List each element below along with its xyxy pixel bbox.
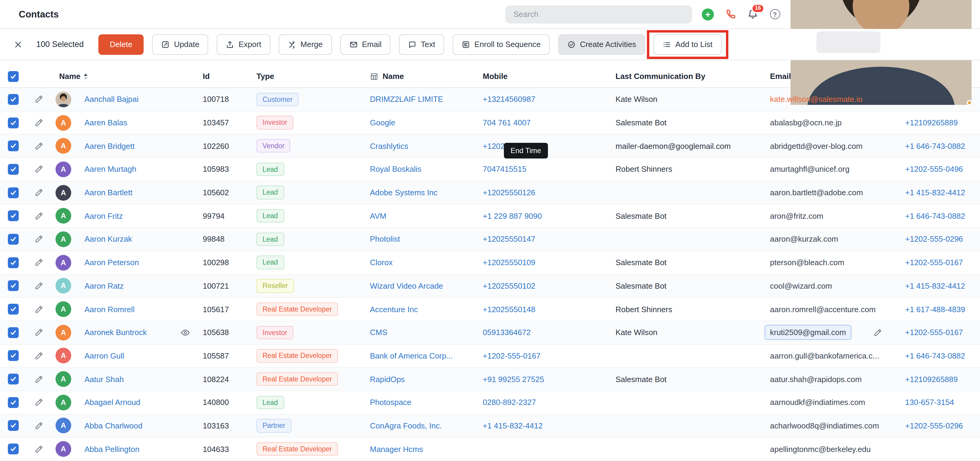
notifications-button[interactable]: 16 (746, 8, 759, 21)
mobile-link[interactable]: +1202 (483, 141, 505, 150)
mobile-link[interactable]: +1 415-832-4412 (483, 421, 543, 430)
row-checkbox[interactable] (8, 257, 19, 268)
merge-button[interactable]: Merge (279, 34, 332, 54)
mobile-link[interactable]: +12025550126 (483, 188, 535, 197)
contact-name-link[interactable]: Aanchall Bajpai (84, 95, 138, 104)
email-value[interactable]: aron@fritz.com (770, 212, 823, 220)
company-link[interactable]: Google (370, 118, 395, 127)
mobile-link[interactable]: +12025550147 (483, 235, 535, 244)
email-value[interactable]: pterson@bleach.com (770, 258, 844, 267)
mobile-link[interactable]: +12025550148 (483, 305, 535, 314)
contact-name-link[interactable]: Aaronek Buntrock (84, 328, 147, 337)
mobile-link[interactable]: +91 99255 27525 (483, 374, 544, 383)
help-button[interactable]: ? (768, 8, 781, 21)
company-link[interactable]: ConAgra Foods, Inc. (370, 421, 442, 430)
edit-pencil-icon[interactable] (34, 212, 43, 220)
edit-pencil-icon[interactable] (34, 374, 43, 383)
contact-name-link[interactable]: Abba Pellington (84, 444, 139, 453)
select-all-checkbox[interactable] (8, 71, 19, 82)
enroll-to-sequence-button[interactable]: Enroll to Sequence (453, 34, 550, 54)
email-value[interactable]: cool@wizard.com (770, 281, 832, 290)
email-value[interactable]: kruti2509@gmail.com (765, 325, 851, 340)
email-value[interactable]: aarnoudkf@indiatimes.com (770, 398, 865, 407)
contact-name-link[interactable]: Aaron Ratz (84, 281, 124, 290)
company-link[interactable]: DRIMZ2LAIF LIMITE (370, 95, 443, 104)
phone-link[interactable]: +1202-555-0167 (905, 328, 963, 337)
edit-pencil-icon[interactable] (34, 141, 43, 150)
company-link[interactable]: Bank of America Corp... (370, 351, 453, 360)
edit-pencil-icon[interactable] (34, 235, 43, 244)
contact-name-link[interactable]: Aaren Balas (84, 118, 127, 127)
mobile-link[interactable]: +1 229 887 9090 (483, 212, 542, 220)
phone-link[interactable]: +1 646-743-0882 (905, 141, 965, 150)
row-checkbox[interactable] (8, 420, 19, 431)
company-link[interactable]: Crashlytics (370, 141, 408, 150)
contact-name-link[interactable]: Aaren Bridgett (84, 141, 135, 150)
row-checkbox[interactable] (8, 374, 19, 385)
edit-pencil-icon[interactable] (34, 351, 43, 360)
row-checkbox[interactable] (8, 444, 19, 455)
contact-name-link[interactable]: Abagael Arnoud (84, 398, 140, 407)
edit-pencil-icon[interactable] (34, 398, 43, 407)
email-edit-icon[interactable] (873, 328, 882, 337)
email-value[interactable]: aarron.gull@bankofamerica.c... (770, 351, 879, 360)
contact-name-link[interactable]: Aarron Gull (84, 351, 124, 360)
company-link[interactable]: Royal Boskalis (370, 165, 422, 174)
phone-link[interactable]: +12109265889 (905, 374, 958, 383)
phone-link[interactable]: +1 415-832-4412 (905, 188, 965, 197)
edit-pencil-icon[interactable] (34, 328, 43, 337)
mobile-link[interactable]: 704 761 4007 (483, 118, 531, 127)
phone-link[interactable]: +1 415-832-4412 (905, 281, 965, 290)
row-checkbox[interactable] (8, 397, 19, 408)
phone-link[interactable]: +1202-555-0296 (905, 235, 963, 244)
edit-pencil-icon[interactable] (34, 444, 43, 453)
company-link[interactable]: Photospace (370, 398, 411, 407)
company-link[interactable]: CMS (370, 328, 387, 337)
call-button[interactable] (724, 8, 737, 21)
row-checkbox[interactable] (8, 117, 19, 128)
mobile-link[interactable]: 7047415515 (483, 165, 527, 174)
column-header-company-name[interactable]: Name (370, 72, 483, 81)
phone-link[interactable]: 130-657-3154 (905, 398, 954, 407)
row-checkbox[interactable] (8, 187, 19, 198)
company-link[interactable]: Manager Hcms (370, 444, 423, 453)
email-value[interactable]: apellingtonmc@berkeley.edu (770, 444, 871, 453)
edit-pencil-icon[interactable] (34, 165, 43, 174)
contact-name-link[interactable]: Abba Charlwood (84, 421, 142, 430)
email-button[interactable]: Email (340, 34, 391, 54)
edit-pencil-icon[interactable] (34, 305, 43, 314)
company-link[interactable]: RapidOps (370, 374, 405, 383)
edit-pencil-icon[interactable] (34, 188, 43, 197)
edit-pencil-icon[interactable] (34, 118, 43, 127)
row-checkbox[interactable] (8, 350, 19, 361)
text-button[interactable]: Text (399, 34, 444, 54)
email-value[interactable]: abalasbg@ocn.ne.jp (770, 118, 842, 127)
edit-pencil-icon[interactable] (34, 95, 43, 104)
phone-link[interactable]: +1 617-488-4839 (905, 305, 965, 314)
contact-name-link[interactable]: Aaren Murtagh (84, 165, 136, 174)
contact-name-link[interactable]: Aaron Bartlett (84, 188, 132, 197)
email-value[interactable]: amurtaghfl@unicef.org (770, 165, 850, 174)
update-button[interactable]: Update (153, 34, 208, 54)
edit-pencil-icon[interactable] (34, 258, 43, 267)
mobile-link[interactable]: 0280-892-2327 (483, 398, 536, 407)
eye-icon[interactable] (180, 328, 191, 337)
add-to-list-button[interactable]: Add to List (654, 34, 721, 54)
contact-name-link[interactable]: Aaron Fritz (84, 212, 123, 220)
sort-icon[interactable] (84, 73, 88, 79)
row-checkbox[interactable] (8, 211, 19, 222)
row-checkbox[interactable] (8, 280, 19, 291)
phone-link[interactable]: +12109265889 (905, 118, 958, 127)
column-header-name[interactable]: Name (27, 72, 203, 81)
email-value[interactable]: acharlwood8q@indiatimes.com (770, 421, 879, 430)
phone-link[interactable]: +1202-555-0296 (905, 421, 963, 430)
contact-name-link[interactable]: Aaron Peterson (84, 258, 139, 267)
email-value[interactable]: aaron@kurzak.com (770, 235, 838, 244)
column-header-type[interactable]: Type (256, 72, 370, 81)
company-link[interactable]: Clorox (370, 258, 393, 267)
column-header-mobile[interactable]: Mobile (483, 72, 616, 81)
edit-pencil-icon[interactable] (34, 281, 43, 290)
export-button[interactable]: Export (217, 34, 270, 54)
column-header-email[interactable]: Email (770, 72, 905, 81)
contact-name-link[interactable]: Aaron Kurzak (84, 235, 132, 244)
